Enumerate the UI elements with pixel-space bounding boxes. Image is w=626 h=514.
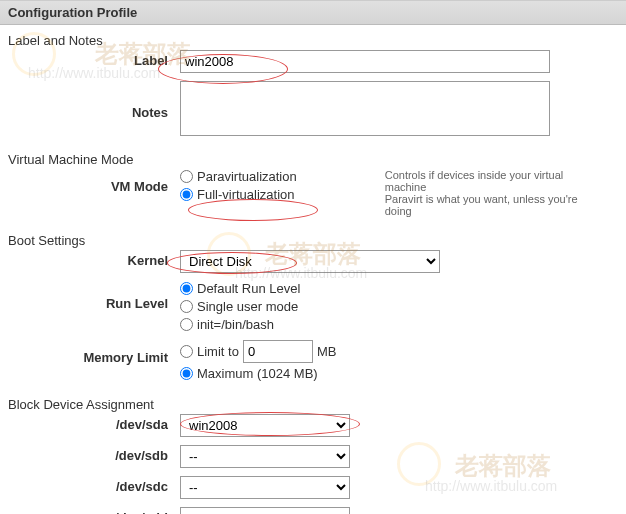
label-dev-sdb: /dev/sdb bbox=[0, 445, 180, 463]
section-config-profile: Configuration Profile bbox=[0, 0, 626, 25]
radio-label: Limit to bbox=[197, 344, 239, 359]
vmmode-hint1: Controls if devices inside your virtual … bbox=[385, 169, 585, 193]
vmmode-hint2: Paravirt is what you want, unless you're… bbox=[385, 193, 585, 217]
radio-fullvirt-input[interactable] bbox=[180, 188, 193, 201]
radio-label: Maximum (1024 MB) bbox=[197, 366, 318, 381]
radio-memlimit-max[interactable]: Maximum (1024 MB) bbox=[180, 366, 336, 381]
memlimit-mb: MB bbox=[317, 344, 337, 359]
radio-runlevel-default[interactable]: Default Run Level bbox=[180, 281, 300, 296]
notes-textarea[interactable] bbox=[180, 81, 550, 136]
radio-input[interactable] bbox=[180, 367, 193, 380]
label-runlevel: Run Level bbox=[0, 281, 180, 311]
label-dev-sda: /dev/sda bbox=[0, 414, 180, 432]
radio-label: init=/bin/bash bbox=[197, 317, 274, 332]
radio-input[interactable] bbox=[180, 345, 193, 358]
subsection-title: Label and Notes bbox=[8, 33, 103, 48]
subsection-title: Block Device Assignment bbox=[8, 397, 154, 412]
label-input[interactable] bbox=[180, 50, 550, 73]
subsection-label-notes: Label and Notes bbox=[0, 25, 626, 50]
subsection-title: Boot Settings bbox=[8, 233, 85, 248]
radio-fullvirt[interactable]: Full-virtualization bbox=[180, 187, 297, 202]
radio-fullvirt-label: Full-virtualization bbox=[197, 187, 295, 202]
label-kernel: Kernel bbox=[0, 250, 180, 268]
radio-paravirt-label: Paravirtualization bbox=[197, 169, 297, 184]
radio-paravirt-input[interactable] bbox=[180, 170, 193, 183]
label-dev-sdd: /dev/sdd bbox=[0, 507, 180, 514]
label-vmmode: VM Mode bbox=[0, 169, 180, 194]
radio-paravirt[interactable]: Paravirtualization bbox=[180, 169, 297, 184]
label-label: Label bbox=[0, 50, 180, 68]
label-memlimit: Memory Limit bbox=[0, 340, 180, 365]
label-dev-sdc: /dev/sdc bbox=[0, 476, 180, 494]
radio-runlevel-init[interactable]: init=/bin/bash bbox=[180, 317, 300, 332]
radio-label: Single user mode bbox=[197, 299, 298, 314]
radio-runlevel-single[interactable]: Single user mode bbox=[180, 299, 300, 314]
subsection-title: Virtual Machine Mode bbox=[8, 152, 134, 167]
subsection-boot: Boot Settings bbox=[0, 225, 626, 250]
dev-sda-select[interactable]: win2008 bbox=[180, 414, 350, 437]
kernel-select[interactable]: Direct Disk bbox=[180, 250, 440, 273]
dev-sdd-select[interactable]: -- bbox=[180, 507, 350, 514]
dev-sdc-select[interactable]: -- bbox=[180, 476, 350, 499]
label-notes: Notes bbox=[0, 81, 180, 120]
subsection-block: Block Device Assignment bbox=[0, 389, 626, 414]
dev-sdb-select[interactable]: -- bbox=[180, 445, 350, 468]
memlimit-input[interactable] bbox=[243, 340, 313, 363]
radio-memlimit-limitto[interactable]: Limit to MB bbox=[180, 340, 336, 363]
radio-input[interactable] bbox=[180, 282, 193, 295]
radio-input[interactable] bbox=[180, 300, 193, 313]
radio-input[interactable] bbox=[180, 318, 193, 331]
subsection-vmmode: Virtual Machine Mode bbox=[0, 144, 626, 169]
radio-label: Default Run Level bbox=[197, 281, 300, 296]
